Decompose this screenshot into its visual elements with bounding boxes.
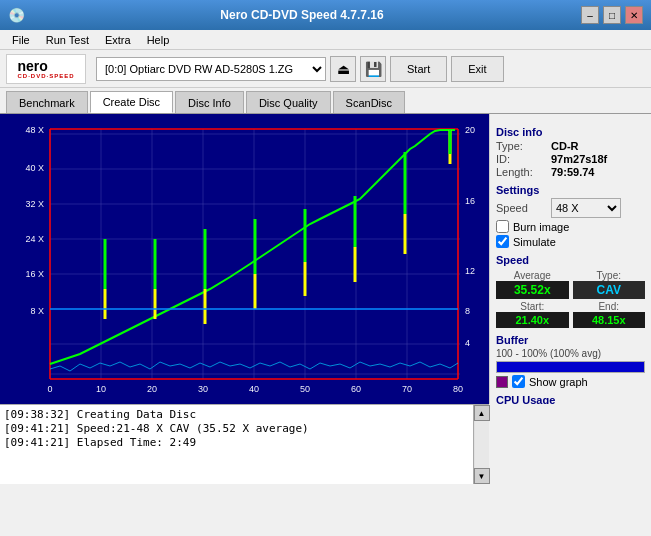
log-line-1: [09:38:32] Creating Data Disc <box>4 408 469 421</box>
simulate-row: Simulate <box>496 235 645 248</box>
svg-text:12: 12 <box>465 266 475 276</box>
start-col: Start: 21.40x <box>496 301 569 328</box>
end-label: End: <box>573 301 646 312</box>
svg-text:40 X: 40 X <box>25 163 44 173</box>
log-line-3: [09:41:21] Elapsed Time: 2:49 <box>4 436 469 449</box>
window-title: Nero CD-DVD Speed 4.7.7.16 <box>25 8 579 22</box>
end-value: 48.15x <box>573 312 646 328</box>
menu-run-test[interactable]: Run Test <box>38 32 97 48</box>
buffer-color-swatch <box>496 376 508 388</box>
scroll-up-button[interactable]: ▲ <box>474 405 490 421</box>
id-value: 97m27s18f <box>551 153 607 165</box>
buffer-show-graph-checkbox[interactable] <box>512 375 525 388</box>
title-bar: 💿 Nero CD-DVD Speed 4.7.7.16 – □ ✕ <box>0 0 651 30</box>
minimize-button[interactable]: – <box>581 6 599 24</box>
burn-image-row: Burn image <box>496 220 645 233</box>
average-header: Average <box>496 270 569 281</box>
svg-text:4: 4 <box>465 338 470 348</box>
burn-image-label: Burn image <box>513 221 569 233</box>
svg-text:40: 40 <box>249 384 259 394</box>
start-end-row: Start: 21.40x End: 48.15x <box>496 301 645 328</box>
exit-button[interactable]: Exit <box>451 56 503 82</box>
svg-text:32 X: 32 X <box>25 199 44 209</box>
cpu-section: CPU Usage 0 - 53% (2% avg) Show graph <box>496 394 645 404</box>
tab-disc-quality[interactable]: Disc Quality <box>246 91 331 113</box>
log-line-2: [09:41:21] Speed:21-48 X CAV (35.52 X av… <box>4 422 469 435</box>
svg-text:16: 16 <box>465 196 475 206</box>
tab-disc-info[interactable]: Disc Info <box>175 91 244 113</box>
settings-title: Settings <box>496 184 645 196</box>
average-speed-value: 35.52x <box>496 281 569 299</box>
svg-text:10: 10 <box>96 384 106 394</box>
save-icon-button[interactable]: 💾 <box>360 56 386 82</box>
length-value: 79:59.74 <box>551 166 594 178</box>
buffer-bar <box>497 362 644 372</box>
cpu-title: CPU Usage <box>496 394 645 404</box>
end-col: End: 48.15x <box>573 301 646 328</box>
svg-text:80: 80 <box>453 384 463 394</box>
tab-benchmark[interactable]: Benchmark <box>6 91 88 113</box>
menu-help[interactable]: Help <box>139 32 178 48</box>
tab-scandisc[interactable]: ScanDisc <box>333 91 405 113</box>
simulate-checkbox[interactable] <box>496 235 509 248</box>
length-label: Length: <box>496 166 551 178</box>
svg-text:0: 0 <box>47 384 52 394</box>
scroll-down-button[interactable]: ▼ <box>474 468 490 484</box>
nero-logo: nero CD·DVD·SPEED <box>6 54 86 84</box>
svg-text:60: 60 <box>351 384 361 394</box>
right-panel: Disc info Type: CD-R ID: 97m27s18f Lengt… <box>489 114 651 404</box>
speed-values-row: 35.52x CAV <box>496 281 645 299</box>
svg-rect-0 <box>0 114 489 404</box>
logo-area: nero CD·DVD·SPEED <box>6 54 86 84</box>
disc-length-row: Length: 79:59.74 <box>496 166 645 178</box>
svg-text:30: 30 <box>198 384 208 394</box>
tab-bar: Benchmark Create Disc Disc Info Disc Qua… <box>0 88 651 114</box>
buffer-section: Buffer 100 - 100% (100% avg) Show graph <box>496 334 645 388</box>
disc-id-row: ID: 97m27s18f <box>496 153 645 165</box>
chart-area: 48 X 40 X 32 X 24 X 16 X 8 X 20 16 12 8 … <box>0 114 489 404</box>
speed-header-row: Average Type: <box>496 270 645 281</box>
svg-text:16 X: 16 X <box>25 269 44 279</box>
eject-icon-button[interactable]: ⏏ <box>330 56 356 82</box>
disc-type-row: Type: CD-R <box>496 140 645 152</box>
speed-type-value: CAV <box>573 281 646 299</box>
log-scrollbar[interactable]: ▲ ▼ <box>473 405 489 484</box>
left-section: 48 X 40 X 32 X 24 X 16 X 8 X 20 16 12 8 … <box>0 114 489 484</box>
burn-image-checkbox[interactable] <box>496 220 509 233</box>
svg-text:24 X: 24 X <box>25 234 44 244</box>
drive-selector[interactable]: [0:0] Optiarc DVD RW AD-5280S 1.ZG <box>96 57 326 81</box>
toolbar: nero CD·DVD·SPEED [0:0] Optiarc DVD RW A… <box>0 50 651 88</box>
menu-extra[interactable]: Extra <box>97 32 139 48</box>
disc-info-title: Disc info <box>496 126 645 138</box>
close-button[interactable]: ✕ <box>625 6 643 24</box>
speed-row: Speed 48 X 40 X 32 X <box>496 198 645 218</box>
type-label: Type: <box>496 140 551 152</box>
buffer-range: 100 - 100% (100% avg) <box>496 348 645 359</box>
speed-setting-label: Speed <box>496 202 551 214</box>
svg-text:48 X: 48 X <box>25 125 44 135</box>
tab-create-disc[interactable]: Create Disc <box>90 91 173 113</box>
start-button[interactable]: Start <box>390 56 447 82</box>
maximize-button[interactable]: □ <box>603 6 621 24</box>
svg-text:70: 70 <box>402 384 412 394</box>
id-label: ID: <box>496 153 551 165</box>
speed-select[interactable]: 48 X 40 X 32 X <box>551 198 621 218</box>
log-area: [09:38:32] Creating Data Disc [09:41:21]… <box>0 404 489 484</box>
window-icon: 💿 <box>8 7 25 23</box>
start-value: 21.40x <box>496 312 569 328</box>
svg-text:50: 50 <box>300 384 310 394</box>
chart-svg: 48 X 40 X 32 X 24 X 16 X 8 X 20 16 12 8 … <box>0 114 489 404</box>
start-label: Start: <box>496 301 569 312</box>
buffer-show-graph-label: Show graph <box>529 376 588 388</box>
scroll-track <box>475 421 489 468</box>
type-value: CD-R <box>551 140 579 152</box>
svg-text:8 X: 8 X <box>30 306 44 316</box>
svg-text:20: 20 <box>465 125 475 135</box>
speed-stats: Average Type: 35.52x CAV Start: 21.40x E… <box>496 270 645 328</box>
svg-text:8: 8 <box>465 306 470 316</box>
buffer-bar-container <box>496 361 645 373</box>
menu-file[interactable]: File <box>4 32 38 48</box>
speed-section-title: Speed <box>496 254 645 266</box>
menu-bar: File Run Test Extra Help <box>0 30 651 50</box>
log-text: [09:38:32] Creating Data Disc [09:41:21]… <box>0 405 473 484</box>
